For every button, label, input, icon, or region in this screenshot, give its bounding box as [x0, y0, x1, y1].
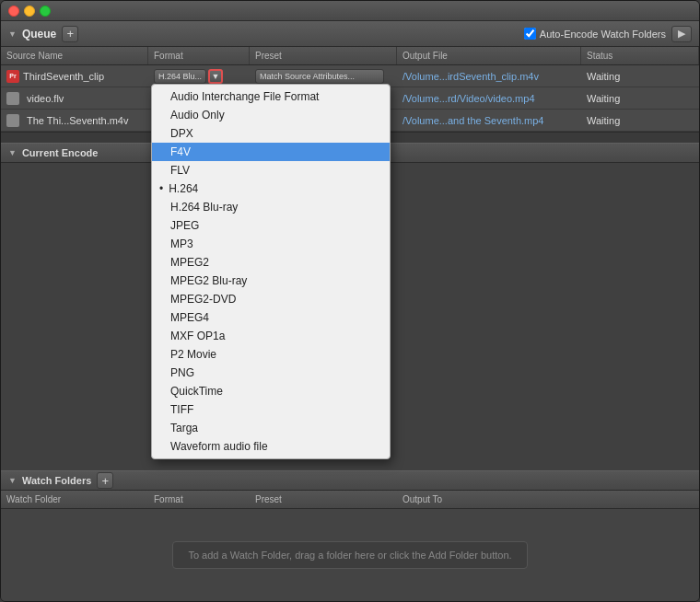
queue-collapse-icon[interactable]: ▼: [8, 29, 17, 39]
queue-toolbar: ▼ Queue + Auto-Encode Watch Folders ▶: [1, 21, 699, 47]
row1-source: Pr ThirdSeventh_clip: [1, 65, 148, 87]
row1-preset-btn[interactable]: Match Source Attributes...: [255, 69, 384, 84]
dropdown-item[interactable]: MPEG2: [152, 253, 390, 272]
add-queue-button[interactable]: +: [62, 26, 78, 42]
dropdown-item[interactable]: MPEG4: [152, 308, 390, 327]
col-header-preset: Preset: [250, 47, 397, 64]
dropdown-item[interactable]: MPEG2 Blu-ray: [152, 272, 390, 290]
watch-folders-title: Watch Folders: [22, 475, 91, 486]
row1-status: Waiting: [581, 65, 699, 87]
watch-folders-toolbar: ▼ Watch Folders +: [1, 470, 699, 491]
queue-table-header: Source Name Format Preset Output File St…: [1, 47, 699, 65]
current-encode-collapse-icon[interactable]: ▼: [8, 148, 17, 157]
col-header-format: Format: [148, 47, 250, 64]
add-watch-folder-button[interactable]: +: [97, 472, 113, 489]
row3-source: The Thi...Seventh.m4v: [1, 110, 148, 131]
watch-folders-body: To add a Watch Folder, drag a folder her…: [1, 509, 699, 601]
watch-col-preset: Preset: [250, 494, 397, 504]
col-header-output: Output File: [397, 47, 581, 64]
dropdown-item[interactable]: JPEG: [152, 216, 390, 235]
auto-encode-check[interactable]: Auto-Encode Watch Folders: [524, 28, 666, 40]
dropdown-item[interactable]: Audio Interchange File Format: [152, 87, 390, 106]
auto-encode-label: Auto-Encode Watch Folders: [540, 29, 666, 40]
play-button[interactable]: ▶: [671, 26, 692, 42]
dropdown-item[interactable]: MXF OP1a: [152, 327, 390, 345]
dropdown-item[interactable]: H.264 Blu-ray: [152, 198, 390, 216]
col-header-source: Source Name: [1, 47, 148, 64]
watch-col-output: Output To: [397, 494, 699, 504]
dropdown-item[interactable]: FLV: [152, 161, 390, 179]
queue-label: Queue: [22, 28, 56, 41]
auto-encode-checkbox[interactable]: [524, 28, 536, 40]
row2-output: /Volume...rd/Video/video.mp4: [397, 87, 581, 109]
maximize-button[interactable]: [40, 6, 51, 17]
row1-source-name: ThirdSeventh_clip: [23, 71, 104, 82]
row3-output: /Volume...and the Seventh.mp4: [397, 110, 581, 131]
dropdown-item[interactable]: H.264: [152, 179, 390, 198]
watch-table-header: Watch Folder Format Preset Output To: [1, 491, 699, 509]
dropdown-item[interactable]: MPEG2-DVD: [152, 290, 390, 308]
dropdown-item[interactable]: Targa: [152, 419, 390, 437]
dropdown-item[interactable]: F4V: [152, 143, 390, 161]
queue-body: Pr ThirdSeventh_clip H.264 Blu... ▼ Matc…: [1, 65, 699, 132]
row2-source-name: video.flv: [23, 93, 64, 104]
dropdown-item[interactable]: P2 Movie: [152, 345, 390, 364]
col-header-status: Status: [581, 47, 699, 64]
row1-output: /Volume...irdSeventh_clip.m4v: [397, 65, 581, 87]
dropdown-item[interactable]: TIFF: [152, 400, 390, 419]
row1-format-dropdown-arrow[interactable]: ▼: [208, 69, 223, 84]
app-window: ▼ Queue + Auto-Encode Watch Folders ▶ So…: [0, 0, 700, 602]
row1-format-btn[interactable]: H.264 Blu...: [154, 69, 206, 84]
watch-col-folder: Watch Folder: [1, 494, 148, 504]
current-encode-title: Current Encode: [22, 147, 99, 158]
dropdown-item[interactable]: Waveform audio file: [152, 437, 390, 456]
dropdown-item[interactable]: QuickTime: [152, 382, 390, 400]
format-dropdown-menu: Audio Interchange File FormatAudio OnlyD…: [151, 84, 391, 459]
dropdown-item[interactable]: PNG: [152, 364, 390, 382]
watch-col-format: Format: [148, 494, 250, 504]
row2-source: video.flv: [1, 87, 148, 109]
row3-status: Waiting: [581, 110, 699, 131]
file-icon: [6, 92, 19, 105]
dropdown-item[interactable]: MP3: [152, 235, 390, 253]
close-button[interactable]: [8, 6, 19, 17]
row3-source-name: The Thi...Seventh.m4v: [23, 115, 128, 126]
watch-hint-text: To add a Watch Folder, drag a folder her…: [172, 541, 527, 569]
watch-folders-section: ▼ Watch Folders + Watch Folder Format Pr…: [1, 470, 699, 601]
watch-folders-collapse-icon[interactable]: ▼: [8, 476, 17, 485]
dropdown-item[interactable]: DPX: [152, 124, 390, 143]
file-icon: [6, 114, 19, 127]
minimize-button[interactable]: [24, 6, 35, 17]
pr-icon: Pr: [6, 70, 19, 83]
row2-status: Waiting: [581, 87, 699, 109]
title-bar: [1, 1, 699, 21]
dropdown-item[interactable]: Audio Only: [152, 106, 390, 124]
traffic-lights: [8, 6, 51, 17]
